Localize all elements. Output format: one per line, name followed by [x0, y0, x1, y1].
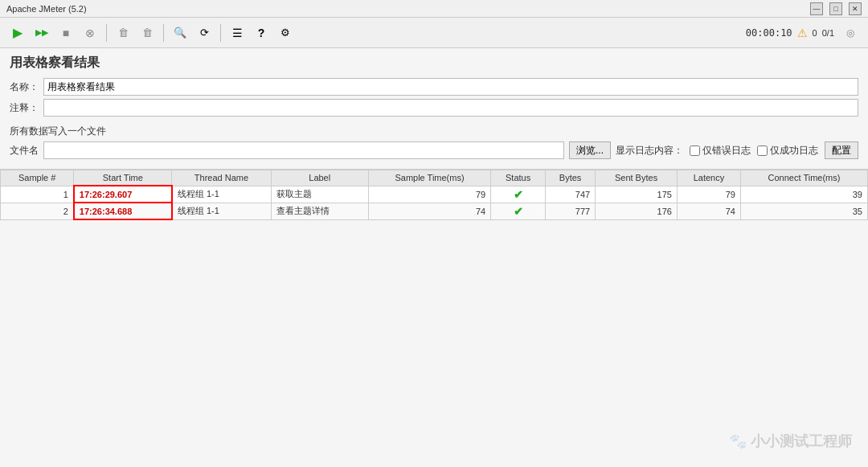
- display-log-label: 显示日志内容：: [616, 144, 683, 158]
- title-bar: Apache JMeter (5.2) — □ ✕: [0, 0, 868, 18]
- table-row: 217:26:34.688线程组 1-1查看主题详情74✔7771767435: [1, 203, 868, 219]
- toolbar-sep-3: [220, 24, 221, 42]
- cell-label: 查看主题详情: [271, 203, 368, 219]
- file-section-title: 所有数据写入一个文件: [10, 125, 858, 138]
- col-sample-time: Sample Time(ms): [368, 170, 490, 186]
- reset-btn[interactable]: ⟳: [193, 22, 215, 44]
- main-content: 用表格察看结果 名称： 注释： 所有数据写入一个文件 文件名 浏览... 显示日…: [0, 48, 868, 467]
- cell-sample-time: 79: [368, 186, 490, 203]
- cell-sample: 1: [1, 186, 74, 203]
- col-sent-bytes: Sent Bytes: [596, 170, 678, 186]
- cell-sample: 2: [1, 203, 74, 219]
- file-row: 文件名 浏览... 显示日志内容： 仅错误日志 仅成功日志 配置: [10, 141, 858, 159]
- cell-status: ✔: [491, 203, 546, 219]
- cell-latency: 74: [677, 203, 740, 219]
- status-ok-icon: ✔: [514, 188, 523, 201]
- cell-connect-time: 35: [741, 203, 868, 219]
- col-thread-name: Thread Name: [172, 170, 271, 186]
- results-table-container: Sample # Start Time Thread Name Label Sa…: [0, 169, 868, 220]
- cell-start-time: 17:26:34.688: [74, 203, 172, 219]
- file-section: 所有数据写入一个文件 文件名 浏览... 显示日志内容： 仅错误日志 仅成功日志…: [0, 123, 868, 166]
- toolbar-sep-2: [163, 24, 164, 42]
- col-latency: Latency: [677, 170, 740, 186]
- run-indicator-btn[interactable]: ◎: [839, 22, 862, 44]
- help-btn[interactable]: ?: [250, 22, 272, 44]
- cell-latency: 79: [677, 186, 740, 203]
- cell-connect-time: 39: [741, 186, 868, 203]
- start-no-pause-btn[interactable]: ▶▶: [31, 22, 53, 44]
- results-table: Sample # Start Time Thread Name Label Sa…: [0, 170, 868, 220]
- col-start-time: Start Time: [74, 170, 172, 186]
- start-btn[interactable]: ▶: [6, 22, 29, 44]
- close-btn[interactable]: ✕: [849, 2, 862, 15]
- cell-bytes: 777: [546, 203, 596, 219]
- cell-start-time: 17:26:29.607: [74, 186, 172, 203]
- app-title: Apache JMeter (5.2): [6, 4, 87, 14]
- panel-header: 用表格察看结果 名称： 注释：: [0, 48, 868, 123]
- minimize-btn[interactable]: —: [810, 2, 823, 15]
- comment-label: 注释：: [10, 101, 39, 115]
- cell-thread-name: 线程组 1-1: [172, 203, 271, 219]
- config-btn[interactable]: 配置: [825, 141, 858, 159]
- success-log-label[interactable]: 仅成功日志: [757, 144, 818, 158]
- col-bytes: Bytes: [546, 170, 596, 186]
- shutdown-btn[interactable]: ⊗: [79, 22, 101, 44]
- col-status: Status: [491, 170, 546, 186]
- timer-display: 00:00:10: [746, 27, 792, 39]
- remote-btn[interactable]: ⚙: [274, 22, 297, 44]
- cell-sample-time: 74: [368, 203, 490, 219]
- toolbar-status: 00:00:10 ⚠ 0 0/1 ◎: [746, 22, 862, 44]
- name-input[interactable]: [43, 78, 858, 96]
- name-label: 名称：: [10, 80, 39, 94]
- table-header-row: Sample # Start Time Thread Name Label Sa…: [1, 170, 868, 186]
- toolbar: ▶ ▶▶ ■ ⊗ 🗑 🗑 🔍 ⟳ ☰ ? ⚙ 00:00:10 ⚠ 0 0/1 …: [0, 18, 868, 48]
- stop-btn[interactable]: ■: [55, 22, 77, 44]
- file-label: 文件名: [10, 144, 39, 158]
- cell-bytes: 747: [546, 186, 596, 203]
- col-label: Label: [271, 170, 368, 186]
- cell-sent-bytes: 176: [596, 203, 678, 219]
- status-ok-icon: ✔: [514, 205, 523, 218]
- display-options: 显示日志内容： 仅错误日志 仅成功日志 配置: [616, 141, 858, 159]
- cell-sent-bytes: 175: [596, 186, 678, 203]
- counter-display: 0/1: [822, 28, 834, 38]
- search-btn[interactable]: 🔍: [169, 22, 191, 44]
- toolbar-sep-1: [106, 24, 107, 42]
- comment-row: 注释：: [10, 99, 858, 117]
- window-controls: — □ ✕: [810, 2, 862, 15]
- col-connect-time: Connect Time(ms): [741, 170, 868, 186]
- file-input[interactable]: [43, 141, 564, 159]
- maximize-btn[interactable]: □: [829, 2, 842, 15]
- cell-status: ✔: [491, 186, 546, 203]
- name-row: 名称：: [10, 78, 858, 96]
- error-log-label[interactable]: 仅错误日志: [690, 144, 751, 158]
- clear-btn[interactable]: 🗑: [112, 22, 134, 44]
- col-sample: Sample #: [1, 170, 74, 186]
- warning-icon: ⚠: [797, 27, 808, 39]
- browse-btn[interactable]: 浏览...: [569, 141, 611, 159]
- cell-label: 获取主题: [271, 186, 368, 203]
- table-row: 117:26:29.607线程组 1-1获取主题79✔7471757939: [1, 186, 868, 203]
- clear-all-btn[interactable]: 🗑: [136, 22, 158, 44]
- panel-title: 用表格察看结果: [10, 55, 858, 72]
- warning-count: 0: [813, 28, 817, 38]
- error-log-checkbox[interactable]: [690, 145, 700, 156]
- cell-thread-name: 线程组 1-1: [172, 186, 271, 203]
- comment-input[interactable]: [43, 99, 858, 117]
- list-btn[interactable]: ☰: [226, 22, 248, 44]
- success-log-checkbox[interactable]: [757, 145, 768, 156]
